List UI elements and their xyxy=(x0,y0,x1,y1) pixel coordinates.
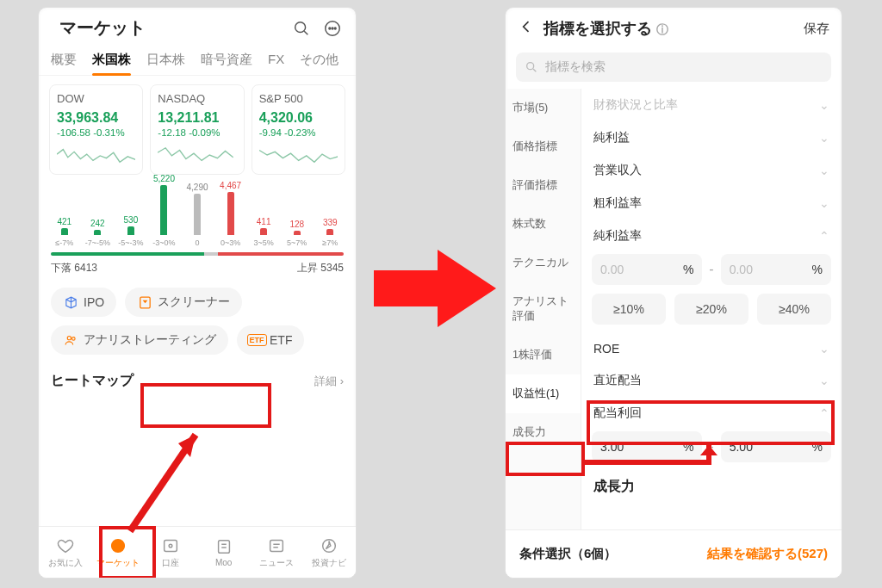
sparkline-icon xyxy=(57,143,135,167)
sidebar-item[interactable]: 1株評価 xyxy=(506,336,581,374)
index-cards: DOW 33,963.84 -106.58 -0.31% NASDAQ 13,2… xyxy=(39,76,356,183)
info-icon[interactable]: ⓘ xyxy=(656,22,668,36)
quick-actions: IPO スクリーナー アナリストレーティング ETF ETF xyxy=(39,275,356,360)
sidebar-item[interactable]: 成長力 xyxy=(506,413,581,452)
chip-etf[interactable]: ETF ETF xyxy=(237,325,304,355)
sidebar-item[interactable]: 収益性(1) xyxy=(506,374,581,413)
sidebar-item[interactable]: 株式数 xyxy=(506,205,581,244)
list-item-revenue[interactable]: 営業収入⌄ xyxy=(592,154,831,187)
list-item-roe[interactable]: ROE⌄ xyxy=(592,333,831,364)
index-card-dow[interactable]: DOW 33,963.84 -106.58 -0.31% xyxy=(49,84,143,175)
sidebar-item[interactable]: アナリスト評価 xyxy=(506,282,581,336)
list-item-dividend-yield[interactable]: 配当利回⌃ xyxy=(592,397,831,430)
nav-market[interactable]: マーケット xyxy=(91,527,144,578)
search-icon[interactable] xyxy=(290,17,313,40)
section-growth: 成長力 xyxy=(592,471,831,503)
tab-jp-stocks[interactable]: 日本株 xyxy=(146,48,185,75)
chip-label: IPO xyxy=(84,295,104,309)
svg-line-24 xyxy=(533,69,536,71)
preset-40[interactable]: ≥40% xyxy=(757,294,831,325)
chip-ipo[interactable]: IPO xyxy=(51,288,116,317)
condition-count[interactable]: 条件選択（6個） xyxy=(519,546,617,562)
chip-analyst-rating[interactable]: アナリストレーティング xyxy=(51,325,228,355)
nav-news[interactable]: ニュース xyxy=(250,527,302,578)
sparkline-icon xyxy=(259,143,338,167)
preset-10[interactable]: ≥10% xyxy=(592,294,666,325)
tab-other[interactable]: その他 xyxy=(300,48,339,75)
index-name: DOW xyxy=(57,92,135,105)
market-screen: マーケット 概要 米国株 日本株 暗号資産 FX その他 DOW 33,963.… xyxy=(38,7,357,579)
index-price: 33,963.84 xyxy=(57,110,135,126)
svg-rect-13 xyxy=(218,541,229,554)
screen-header: 指標を選択する ⓘ 保存 xyxy=(506,8,842,49)
sidebar-item[interactable]: テクニカル xyxy=(506,244,581,282)
list-item-net-income[interactable]: 純利益⌄ xyxy=(592,121,831,154)
list-item-truncated[interactable]: 財務状況と比率⌄ xyxy=(592,89,831,121)
svg-point-7 xyxy=(67,336,71,339)
chip-label: アナリストレーティング xyxy=(84,332,216,348)
etf-badge-icon: ETF xyxy=(249,332,264,348)
chat-icon[interactable] xyxy=(321,17,344,40)
up-count: 上昇 5345 xyxy=(297,261,344,275)
footer-bar: 条件選択（6個） 結果を確認する(527) xyxy=(506,529,842,578)
range-to-input[interactable]: 5.00% xyxy=(721,431,831,462)
market-tabs: 概要 米国株 日本株 暗号資産 FX その他 xyxy=(39,48,356,76)
indicator-select-screen: 指標を選択する ⓘ 保存 指標を検索 市場(5)価格指標評価指標株式数テクニカル… xyxy=(505,7,842,579)
filter-icon xyxy=(137,294,152,310)
chip-label: ETF xyxy=(270,333,292,347)
list-item-net-margin[interactable]: 純利益率⌃ xyxy=(592,220,831,252)
sidebar-item[interactable]: 価格指標 xyxy=(506,127,581,166)
category-sidebar: 市場(5)価格指標評価指標株式数テクニカルアナリスト評価1株評価収益性(1)成長… xyxy=(506,89,581,534)
svg-point-4 xyxy=(332,28,333,29)
range-from-input[interactable]: 0.00% xyxy=(592,254,702,285)
chevron-down-icon: ⌄ xyxy=(819,342,829,356)
range-to-input[interactable]: 0.00% xyxy=(721,254,831,285)
svg-point-0 xyxy=(295,22,306,32)
back-icon[interactable] xyxy=(518,18,535,39)
svg-point-23 xyxy=(527,63,534,70)
nav-moo[interactable]: Moo xyxy=(197,527,250,578)
screen-title: 指標を選択する ⓘ xyxy=(543,18,795,39)
chevron-up-icon: ⌃ xyxy=(819,406,829,420)
svg-rect-11 xyxy=(165,540,177,551)
tab-us-stocks[interactable]: 米国株 xyxy=(92,48,131,75)
svg-point-3 xyxy=(329,28,331,29)
chevron-down-icon: ⌄ xyxy=(819,164,829,177)
down-count: 下落 6413 xyxy=(51,261,97,275)
preset-row: ≥10% ≥20% ≥40% xyxy=(592,294,831,325)
svg-marker-21 xyxy=(178,435,196,457)
sidebar-item[interactable]: 評価指標 xyxy=(506,166,581,205)
tab-crypto[interactable]: 暗号資産 xyxy=(201,48,252,75)
list-item-gross-margin[interactable]: 粗利益率⌄ xyxy=(592,187,831,220)
index-card-sp500[interactable]: S&P 500 4,320.06 -9.94 -0.23% xyxy=(252,84,345,175)
svg-point-12 xyxy=(169,544,172,548)
nav-invest-navi[interactable]: 投資ナビ xyxy=(303,527,356,578)
sidebar-item[interactable]: 市場(5) xyxy=(506,89,581,127)
chevron-down-icon: ⌄ xyxy=(819,131,829,145)
indicator-list: 財務状況と比率⌄ 純利益⌄ 営業収入⌄ 粗利益率⌄ 純利益率⌃ 0.00% - … xyxy=(581,89,842,534)
chevron-down-icon: ⌄ xyxy=(819,196,829,210)
heatmap-header: ヒートマップ 詳細 › xyxy=(39,360,356,393)
preset-20[interactable]: ≥20% xyxy=(674,294,748,325)
nav-account[interactable]: 口座 xyxy=(145,527,197,578)
index-card-nasdaq[interactable]: NASDAQ 13,211.81 -12.18 -0.09% xyxy=(150,84,244,175)
index-name: S&P 500 xyxy=(259,92,338,105)
save-button[interactable]: 保存 xyxy=(804,21,829,37)
svg-line-1 xyxy=(304,31,307,34)
chip-screener[interactable]: スクリーナー xyxy=(125,288,242,317)
indicator-search[interactable]: 指標を検索 xyxy=(516,53,831,82)
big-arrow-icon xyxy=(370,241,500,336)
nav-favorites[interactable]: お気に入 xyxy=(39,527,91,578)
detail-link[interactable]: 詳細 › xyxy=(314,374,344,389)
search-placeholder: 指標を検索 xyxy=(545,59,606,75)
index-delta: -12.18 -0.09% xyxy=(158,127,236,138)
range-from-input[interactable]: 3.00% xyxy=(592,431,702,462)
svg-point-9 xyxy=(112,539,125,552)
svg-line-20 xyxy=(130,435,196,531)
svg-point-5 xyxy=(334,28,336,29)
index-delta: -106.58 -0.31% xyxy=(57,127,135,138)
tab-fx[interactable]: FX xyxy=(268,48,284,75)
view-results-button[interactable]: 結果を確認する(527) xyxy=(707,546,828,562)
tab-overview[interactable]: 概要 xyxy=(51,48,77,75)
list-item-recent-dividend[interactable]: 直近配当⌄ xyxy=(592,364,831,397)
